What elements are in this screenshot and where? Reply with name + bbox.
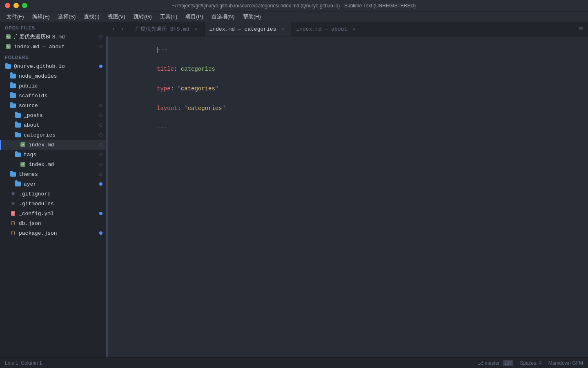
folder-tags[interactable]: tags <box>0 150 106 159</box>
folder-label: ayer <box>24 181 98 187</box>
folder-label: themes <box>19 171 98 177</box>
tab-bfs-close[interactable]: ✕ <box>193 26 199 32</box>
line-content: --- <box>122 40 168 59</box>
folder-icon <box>5 63 11 70</box>
menu-item[interactable]: 文件(F) <box>3 12 27 21</box>
folder-label: public <box>19 83 102 89</box>
tab-forward-button[interactable]: › <box>118 25 127 33</box>
folder-public[interactable]: public <box>0 81 106 91</box>
tab-bfs[interactable]: 广度优先遍历 BFS.md ✕ <box>130 22 205 36</box>
file-label: package.json <box>19 230 98 236</box>
tab-navigation: ‹ › <box>106 22 130 36</box>
file-label: index.md <box>29 162 98 168</box>
md-file-icon: M <box>20 161 26 168</box>
folder-icon <box>10 83 16 89</box>
menu-item[interactable]: 工具(T) <box>157 12 181 21</box>
folder-icon <box>15 181 21 187</box>
syntax-name[interactable]: Markdown GFM <box>548 360 583 366</box>
json-icon: {} <box>10 230 16 236</box>
line-content: type: "categories" <box>122 79 218 99</box>
open-file-bfs[interactable]: M 广度优先遍历BFS.md <box>0 32 106 42</box>
tab-categories-label: index.md — categories <box>209 26 276 32</box>
window-title: ~/Projects/git/Qnurye.github.io/source/c… <box>172 3 416 9</box>
branch-icon: ⎇ <box>478 360 485 366</box>
folder-node-modules[interactable]: node_modules <box>0 71 106 81</box>
minimize-button[interactable] <box>13 3 19 8</box>
folder-label: about <box>24 122 98 128</box>
line-content: --- <box>122 118 167 138</box>
folder-icon <box>15 112 21 119</box>
folder-icon <box>10 73 16 79</box>
dot-badge-empty <box>99 104 102 107</box>
gitignore-icon: ≡ <box>10 191 16 197</box>
folder-categories[interactable]: categories <box>0 130 106 140</box>
open-file-about-label: index.md — about <box>14 44 98 50</box>
code-editor[interactable]: --- title: categories type: "categories"… <box>106 36 588 357</box>
code-line-3: type: "categories" <box>106 79 588 99</box>
folder-themes[interactable]: themes <box>0 169 106 179</box>
file-label: .gitmodules <box>19 201 102 207</box>
spaces-setting[interactable]: Spaces: 4 <box>520 360 541 366</box>
file-config-yml[interactable]: Y _config.yml <box>0 209 106 218</box>
git-branch: ⎇ master 137 <box>478 360 514 366</box>
folder-label: source <box>19 103 98 109</box>
dot-badge-empty <box>99 133 102 137</box>
folder-about[interactable]: about <box>0 120 106 130</box>
tab-categories[interactable]: index.md — categories ✕ <box>205 22 292 36</box>
file-gitmodules[interactable]: ≡ .gitmodules <box>0 199 106 209</box>
menu-item[interactable]: 帮助(H) <box>240 12 264 21</box>
code-line-5: --- <box>106 118 588 138</box>
code-line-1: --- <box>106 40 588 59</box>
dot-badge-empty <box>99 173 102 176</box>
dot-badge-blue <box>99 182 102 186</box>
menu-item[interactable]: 选择(S) <box>55 12 79 21</box>
menu-item[interactable]: 首选项(N) <box>208 12 238 21</box>
tab-bfs-label: 广度优先遍历 BFS.md <box>135 25 189 33</box>
dot-badge-blue <box>99 231 102 235</box>
folder-ayer[interactable]: ayer <box>0 179 106 189</box>
folder-label: tags <box>24 152 98 158</box>
menu-item[interactable]: 视图(V) <box>105 12 129 21</box>
line-content: layout: "categories" <box>122 99 225 118</box>
gitmodules-icon: ≡ <box>10 200 16 207</box>
dot-badge-empty <box>99 35 102 38</box>
tabs-more-button[interactable]: ≡ <box>574 22 588 36</box>
menu-item[interactable]: 编辑(E) <box>29 12 53 21</box>
menu-item[interactable]: 查找(I) <box>80 12 102 21</box>
folder-posts[interactable]: _posts <box>0 110 106 120</box>
maximize-button[interactable] <box>22 3 27 8</box>
statusbar-right: ⎇ master 137 Spaces: 4 Markdown GFM <box>478 360 583 366</box>
menu-item[interactable]: 跳转(G) <box>130 12 155 21</box>
folder-root-label: Qnurye.github.io <box>14 63 98 70</box>
menu-item[interactable]: 项目(P) <box>182 12 206 21</box>
folder-icon <box>15 122 21 128</box>
file-db-json[interactable]: {} db.json <box>0 218 106 228</box>
file-gitignore[interactable]: ≡ .gitignore <box>0 189 106 199</box>
tab-about-close[interactable]: ✕ <box>350 26 357 32</box>
tab-back-button[interactable]: ‹ <box>109 25 118 33</box>
folder-source[interactable]: source <box>0 101 106 110</box>
tab-about-label: index.md — about <box>296 26 347 32</box>
close-button[interactable] <box>5 3 10 8</box>
folders-section-header: FOLDERS <box>0 52 106 61</box>
file-index-md-categories[interactable]: M index.md <box>0 140 106 150</box>
editor-container: ‹ › 广度优先遍历 BFS.md ✕ index.md — categorie… <box>106 22 588 357</box>
tab-categories-close[interactable]: ✕ <box>279 26 286 32</box>
tabs-bar: ‹ › 广度优先遍历 BFS.md ✕ index.md — categorie… <box>106 22 588 36</box>
dot-badge-empty <box>99 123 102 127</box>
folder-root-qnurye[interactable]: Qnurye.github.io <box>0 61 106 71</box>
folder-scaffolds[interactable]: scaffolds <box>0 91 106 101</box>
folder-label: node_modules <box>19 73 102 79</box>
file-package-json[interactable]: {} package.json <box>0 228 106 238</box>
folder-icon <box>10 102 16 109</box>
folder-icon <box>15 151 21 158</box>
md-file-icon: M <box>5 34 11 40</box>
dot-badge-empty <box>99 114 102 117</box>
dot-badge-blue <box>99 65 102 68</box>
statusbar: Line 1, Column 1 ⎇ master 137 Spaces: 4 … <box>0 357 588 368</box>
file-index-md-tags[interactable]: M index.md <box>0 159 106 169</box>
dot-badge-empty <box>99 153 102 156</box>
dot-badge-empty <box>99 163 102 166</box>
tab-about[interactable]: index.md — about ✕ <box>291 22 362 36</box>
open-file-about[interactable]: M index.md — about <box>0 42 106 52</box>
